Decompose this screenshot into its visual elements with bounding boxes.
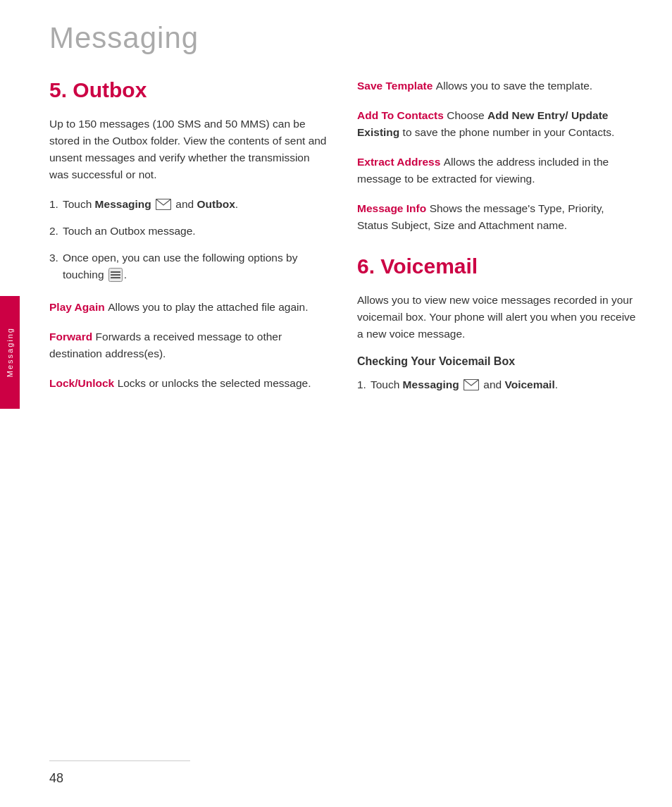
- steps-list: 1. Touch Messaging and Outbox. 2. Tou: [49, 196, 329, 283]
- checking-step-1-content: Touch Messaging and Voicemail.: [371, 376, 637, 393]
- messaging-icon-2: [463, 379, 479, 390]
- save-template-block: Save Template Allows you to save the tem…: [357, 78, 637, 94]
- forward-label: Forward: [49, 331, 92, 343]
- step-3-num: 3.: [49, 250, 58, 283]
- step-2-num: 2.: [49, 223, 58, 240]
- extract-address-block: Extract Address Allows the address inclu…: [357, 154, 637, 187]
- lock-unlock-desc: Locks or unlocks the selected message.: [118, 377, 311, 389]
- main-content: 5. Outbox Up to 150 messages (100 SMS an…: [49, 78, 637, 751]
- side-tab-label: Messaging: [6, 327, 14, 377]
- step-2: 2. Touch an Outbox message.: [49, 223, 329, 240]
- forward-block: Forward Forwards a received message to o…: [49, 328, 329, 362]
- save-template-desc: Allows you to save the template.: [436, 80, 592, 92]
- section-5-intro: Up to 150 messages (100 SMS and 50 MMS) …: [49, 116, 329, 183]
- lock-unlock-block: Lock/Unlock Locks or unlocks the selecte…: [49, 375, 329, 392]
- section-6-heading: 6. Voicemail: [357, 254, 637, 279]
- step-1-content: Touch Messaging and Outbox.: [63, 196, 329, 213]
- message-info-block: Message Info Shows the message's Type, P…: [357, 200, 637, 234]
- add-contacts-label: Add To Contacts: [357, 109, 444, 121]
- page: Messaging Messaging 48 5. Outbox Up to 1…: [0, 0, 672, 807]
- play-again-desc: Allows you to play the attached file aga…: [108, 301, 308, 313]
- lock-unlock-label: Lock/Unlock: [49, 377, 114, 389]
- checking-step-1-bold2: Voicemail: [505, 378, 555, 390]
- step-2-content: Touch an Outbox message.: [63, 223, 329, 240]
- page-title: Messaging: [49, 21, 199, 55]
- bottom-divider: [49, 760, 190, 761]
- step-1: 1. Touch Messaging and Outbox.: [49, 196, 329, 213]
- checking-steps-list: 1. Touch Messaging and Voicemail.: [357, 376, 637, 393]
- svg-rect-3: [111, 274, 120, 276]
- extract-address-label: Extract Address: [357, 156, 440, 168]
- save-template-label: Save Template: [357, 80, 433, 92]
- right-column: Save Template Allows you to save the tem…: [357, 78, 637, 751]
- svg-rect-4: [111, 277, 120, 278]
- step-3-content: Once open, you can use the following opt…: [63, 250, 329, 283]
- play-again-label: Play Again: [49, 301, 105, 313]
- play-again-block: Play Again Allows you to play the attach…: [49, 299, 329, 316]
- checking-subheading: Checking Your Voicemail Box: [357, 355, 637, 368]
- svg-rect-2: [111, 271, 120, 273]
- page-number: 48: [49, 771, 63, 786]
- messaging-icon-1: [156, 199, 171, 210]
- section-5-heading: 5. Outbox: [49, 78, 329, 103]
- checking-step-1-bold1: Messaging: [403, 378, 459, 390]
- step-1-bold2: Outbox: [197, 198, 235, 210]
- add-contacts-block: Add To Contacts Choose Add New Entry/ Up…: [357, 107, 637, 141]
- voicemail-intro: Allows you to view new voice messages re…: [357, 292, 637, 343]
- step-1-bold1: Messaging: [95, 198, 151, 210]
- step-3: 3. Once open, you can use the following …: [49, 250, 329, 283]
- side-tab: Messaging: [0, 296, 20, 409]
- left-column: 5. Outbox Up to 150 messages (100 SMS an…: [49, 78, 329, 751]
- checking-step-1-num: 1.: [357, 376, 366, 393]
- menu-icon: [108, 268, 123, 282]
- message-info-label: Message Info: [357, 202, 426, 214]
- checking-step-1: 1. Touch Messaging and Voicemail.: [357, 376, 637, 393]
- step-1-num: 1.: [49, 196, 58, 213]
